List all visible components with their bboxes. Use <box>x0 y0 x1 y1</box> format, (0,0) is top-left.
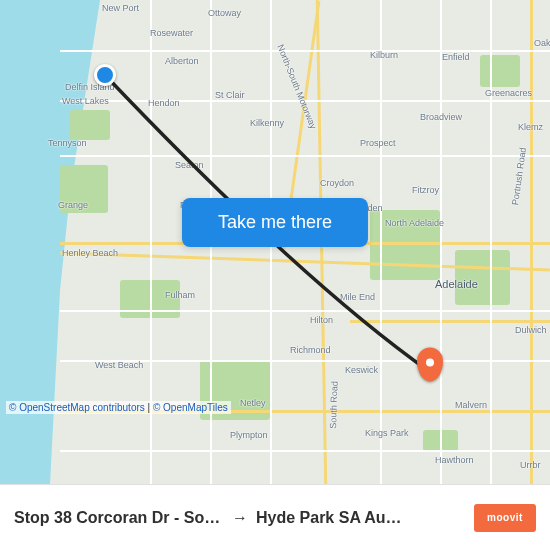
map-label: Kilburn <box>370 50 398 60</box>
map-label: Croydon <box>320 178 354 188</box>
map-label: Broadview <box>420 112 462 122</box>
map-label: New Port <box>102 3 139 13</box>
map-label: Dulwich <box>515 325 547 335</box>
map-viewport[interactable]: New Port Ottoway Rosewater Alberton Delf… <box>0 0 550 484</box>
map-label: Plympton <box>230 430 268 440</box>
map-label: South Road <box>328 381 340 429</box>
map-label: North Adelaide <box>385 218 444 228</box>
route-summary-bar: Stop 38 Corcoran Dr - South E… → Hyde Pa… <box>0 484 550 550</box>
map-label: Keswick <box>345 365 378 375</box>
map-label: West Lakes <box>62 96 109 106</box>
map-label: Tennyson <box>48 138 87 148</box>
map-label: Seaton <box>175 160 204 170</box>
map-label: Alberton <box>165 56 199 66</box>
map-label: Rosewater <box>150 28 193 38</box>
moovit-logo[interactable]: moovit <box>474 504 536 532</box>
map-label: Oak <box>534 38 550 48</box>
omt-attribution-link[interactable]: © OpenMapTiles <box>153 402 228 413</box>
map-label: Ottoway <box>208 8 241 18</box>
take-me-there-button[interactable]: Take me there <box>182 198 368 247</box>
map-label: Hendon <box>148 98 180 108</box>
map-label: Malvern <box>455 400 487 410</box>
origin-label: Stop 38 Corcoran Dr - South E… <box>14 509 224 527</box>
map-label: St Clair <box>215 90 245 100</box>
map-label: Kings Park <box>365 428 409 438</box>
destination-label: Hyde Park SA Au… <box>256 509 466 527</box>
map-attribution: © OpenStreetMap contributors | © OpenMap… <box>6 401 231 414</box>
map-label: Grange <box>58 200 88 210</box>
map-label: Urrbr <box>520 460 541 470</box>
map-label: Mile End <box>340 292 375 302</box>
map-label: Kilkenny <box>250 118 284 128</box>
map-label: Hilton <box>310 315 333 325</box>
map-label: Prospect <box>360 138 396 148</box>
route-arrow-icon: → <box>224 509 256 527</box>
map-label: Greenacres <box>485 88 532 98</box>
map-label-city: Adelaide <box>435 278 478 290</box>
map-label: West Beach <box>95 360 143 370</box>
osm-attribution-link[interactable]: © OpenStreetMap contributors <box>9 402 145 413</box>
map-label: Netley <box>240 398 266 408</box>
map-label: Hawthorn <box>435 455 474 465</box>
origin-marker[interactable] <box>94 64 116 86</box>
map-label: Richmond <box>290 345 331 355</box>
map-label: Fulham <box>165 290 195 300</box>
map-label: Henley Beach <box>62 248 118 258</box>
map-label: Enfield <box>442 52 470 62</box>
map-label: Fitzroy <box>412 185 439 195</box>
map-label: Klemz <box>518 122 543 132</box>
